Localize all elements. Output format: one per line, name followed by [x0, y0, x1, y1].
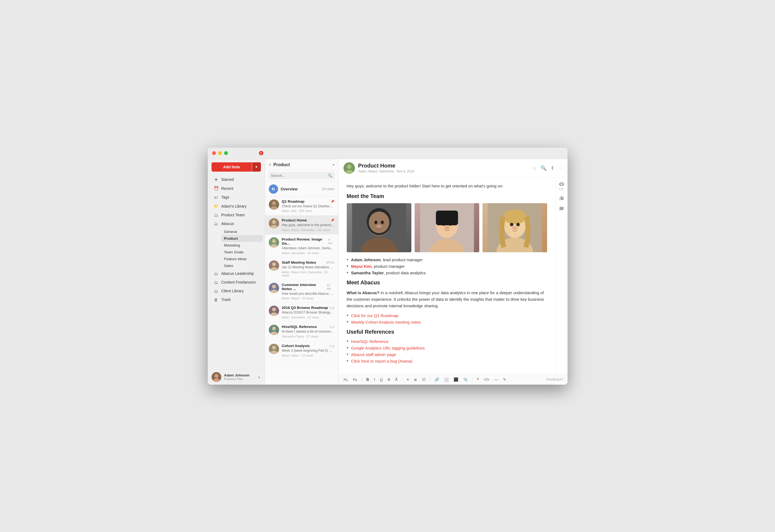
note-title-6: Hive/SQL Reference [282, 325, 317, 329]
comment-icon[interactable] [559, 206, 564, 213]
close-button[interactable] [212, 151, 216, 155]
note-item[interactable]: Hive/SQL Reference 1 yr Hi there I start… [265, 322, 338, 341]
heading2-button[interactable]: H₂ [352, 376, 359, 382]
folder-icon-product-team: 🗂 [214, 213, 219, 217]
sidebar-item-feature-ideas[interactable]: Feature Ideas [221, 256, 263, 262]
hamburger-icon[interactable]: ≡ [269, 162, 271, 167]
media-button[interactable]: ⬛ [452, 376, 460, 382]
more-action-icon[interactable]: ··· [558, 165, 562, 171]
user-info: Adam Johnson Premium Plan [224, 373, 255, 381]
note-meta-5: Adam, Samantha · 42 views [282, 316, 334, 319]
sidebar-item-sales[interactable]: Sales [221, 262, 263, 269]
useful-link-analytics[interactable]: Google Analytics URL tagging guidelines [351, 346, 425, 350]
note-title-1: Product Home [282, 218, 307, 222]
sidebar-item-tags[interactable]: 🏷 Tags [209, 193, 263, 202]
sidebar-item-recent[interactable]: ⏰ Recent [209, 184, 263, 193]
add-note-dropdown-button[interactable]: ▼ [252, 162, 261, 172]
sidebar-item-trash[interactable]: 🗑 Trash [209, 296, 263, 304]
checklist-button[interactable]: ☑ [421, 376, 427, 382]
sidebar-item-client-library[interactable]: 🗂 Client Library [209, 287, 263, 295]
useful-link-admin[interactable]: Abacus staff admin page [351, 352, 396, 357]
sidebar: Add Note ▼ ★ Starred ⏰ Recent 🏷 Tags 📁 [208, 159, 265, 385]
heading1-button[interactable]: H₁ [342, 376, 349, 382]
abacus-link-cohort[interactable]: Weekly Cohort Analysis meeting notes [351, 320, 421, 324]
note-snippet-2: Attendees: Adam Johnson, Samantha Taylor… [282, 246, 334, 251]
svg-point-4 [272, 201, 276, 205]
quote-button[interactable]: ❝ [476, 376, 480, 382]
svg-point-1 [214, 374, 218, 378]
svg-point-13 [272, 262, 276, 266]
sidebar-item-general[interactable]: General [221, 228, 263, 235]
ordered-list-button[interactable]: ≣ [413, 376, 419, 382]
sidebar-item-team-goals[interactable]: Team Goals [221, 249, 263, 256]
pin-icon: 📌 [331, 218, 334, 222]
abacus-link-q1[interactable]: Click for our Q1 Roadmap [351, 313, 398, 318]
useful-refs-heading: Useful References [347, 329, 547, 335]
add-note-button[interactable]: Add Note [211, 162, 252, 172]
folder-icon-freelancers: 🗂 [214, 280, 219, 285]
bold-button[interactable]: B [365, 376, 370, 382]
maximize-button[interactable] [224, 151, 228, 155]
sidebar-item-adams-library[interactable]: 📁 Adam's Library [209, 202, 263, 211]
note-item[interactable]: Product Home 📌 Hey guys, welcome to the … [265, 215, 338, 235]
useful-link-hive[interactable]: Hive/SQL Reference [351, 339, 389, 344]
folder-dropdown-icon[interactable]: ▾ [332, 163, 334, 167]
overview-row[interactable]: N Overview 19 notes [265, 182, 338, 197]
note-item[interactable]: Product Review: Image Ga... 4 mo Attende… [265, 235, 338, 258]
formula-button[interactable]: ✎ [502, 376, 508, 382]
image-button[interactable]: ⬜ [443, 376, 450, 382]
note-item[interactable]: Customer Interview Notes ... 12 mo How w… [265, 280, 338, 303]
note-badge-5: 1 yr [329, 306, 334, 309]
svg-point-52 [512, 226, 518, 230]
meet-abacus-heading: Meet Abacus [347, 279, 547, 286]
svg-point-49 [503, 209, 527, 224]
note-content-7: Cohort Analysis 1 yr Week 3 (week beginn… [282, 344, 334, 357]
team-photo-3 [483, 203, 547, 252]
useful-link-2: • Google Analytics URL tagging guideline… [347, 345, 547, 350]
search-input[interactable] [268, 172, 335, 179]
member-2-name[interactable]: Mayui Kim [351, 264, 371, 269]
feedback-link[interactable]: Feedback? [546, 377, 564, 381]
code-button[interactable]: </> [483, 376, 491, 382]
strikethrough-button[interactable]: S [386, 376, 392, 382]
search-action-icon[interactable]: 🔍 [541, 165, 547, 171]
sidebar-item-product-team[interactable]: 🗂 Product Team [209, 211, 263, 219]
note-item[interactable]: Q1 Roadmap 📌 Check out our Asana Q1 Dash… [265, 197, 338, 216]
abacus-description: What is Abacus? In a nutshell, Abacus br… [347, 290, 547, 309]
share-action-icon[interactable]: ⬆ [550, 165, 555, 171]
useful-link-bug[interactable]: Click here to report a bug (Asana) [351, 359, 413, 363]
thumbs-up-icon[interactable] [559, 195, 564, 202]
svg-point-53 [561, 183, 562, 185]
sidebar-item-starred[interactable]: ★ Starred [209, 175, 263, 184]
user-avatar [211, 372, 221, 382]
sidebar-item-abacus[interactable]: 🗂 Abacus [209, 220, 263, 228]
underline-button[interactable]: U [378, 376, 384, 382]
overview-title: Overview [281, 187, 322, 191]
abacus-links-list: • Click for our Q1 Roadmap • Weekly Coho… [347, 313, 547, 324]
note-item[interactable]: Staff Meeting Notes 10 mo Jan 12 Meeting… [265, 258, 338, 280]
unordered-list-button[interactable]: ≡ [406, 376, 410, 382]
star-action-icon[interactable]: ☆ [532, 165, 537, 171]
svg-point-50 [510, 223, 514, 226]
footer-chevron-icon[interactable]: ▲ [257, 375, 261, 379]
note-item[interactable]: 2016 Q3 Browse Roadmap 1 yr Abacus 2016/… [265, 303, 338, 322]
format-button[interactable]: Å [394, 376, 399, 382]
eye-icon[interactable] [559, 182, 564, 187]
italic-button[interactable]: I [372, 376, 376, 382]
svg-point-7 [272, 220, 276, 224]
sidebar-item-content-freelancers[interactable]: 🗂 Content Freelancers [209, 278, 263, 287]
link-button[interactable]: 🔗 [433, 376, 441, 382]
note-body: Hey guys, welcome to the product folder!… [338, 177, 556, 374]
divider-button[interactable]: — [493, 376, 500, 382]
minimize-button[interactable] [218, 151, 222, 155]
note-avatar-0 [269, 199, 279, 210]
note-meta-3: Adam, Mayui, Ken, Samantha · 18 views [282, 270, 334, 277]
note-item[interactable]: Cohort Analysis 1 yr Week 3 (week beginn… [265, 341, 338, 360]
attachment-button[interactable]: 📎 [462, 376, 469, 382]
sidebar-item-product[interactable]: Product [221, 235, 263, 242]
star-icon: ★ [214, 177, 219, 182]
sidebar-item-marketing[interactable]: Marketing [221, 242, 263, 249]
note-avatar-6 [269, 325, 279, 335]
sidebar-item-abacus-leadership[interactable]: 🗂 Abacus Leadership [209, 269, 263, 278]
team-member-3: • Samantha Taylor, product data analytic… [347, 270, 547, 275]
